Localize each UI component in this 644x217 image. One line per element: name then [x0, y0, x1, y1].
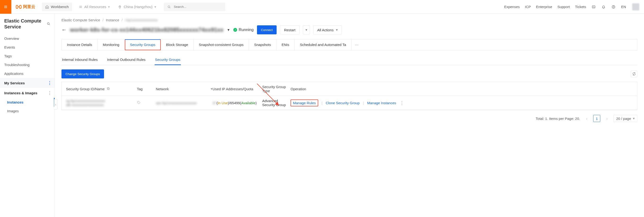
- sidebar-item-images[interactable]: Images: [0, 106, 54, 115]
- global-search[interactable]: [164, 3, 225, 11]
- pager-page-1[interactable]: 1: [593, 115, 600, 122]
- col-sg-type: Security Group Type: [262, 85, 290, 93]
- sidebar-search-icon[interactable]: [46, 22, 50, 26]
- sidebar-item-tags[interactable]: Tags: [0, 52, 54, 60]
- workbench-button[interactable]: Workbench: [42, 3, 72, 11]
- subtab-inbound-rules[interactable]: Internal Inbound Rules: [62, 55, 98, 65]
- sidebar-item-overview[interactable]: Overview: [0, 34, 54, 43]
- nav-tickets[interactable]: Tickets: [575, 5, 586, 9]
- pin-icon: [118, 5, 122, 9]
- copy-icon[interactable]: [106, 87, 110, 91]
- pager-prev[interactable]: ‹: [583, 115, 590, 122]
- sidebar-item-events[interactable]: Events: [0, 43, 54, 52]
- sidebar-section-my-services[interactable]: My Services ⋮: [0, 78, 54, 88]
- bell-icon[interactable]: [601, 5, 606, 9]
- tab-scheduled-tasks[interactable]: Scheduled and Automated Ta: [294, 39, 352, 50]
- sidebar-item-applications[interactable]: Applications: [0, 69, 54, 78]
- sg-id[interactable]: sg-bp1xxxxxxxxxxxxxxxx: [66, 99, 137, 103]
- col-ip-quota: Used IP Addresses/Quota: [212, 87, 253, 91]
- connect-button[interactable]: Connect: [257, 25, 277, 34]
- all-resources-dropdown[interactable]: All Resources ▾: [76, 3, 114, 11]
- chevron-down-icon: ▾: [306, 28, 307, 32]
- all-resources-label: All Resources: [84, 5, 106, 9]
- brand-text: 阿里云: [23, 4, 35, 10]
- workbench-label: Workbench: [51, 5, 69, 9]
- svg-point-4: [168, 6, 170, 8]
- search-input[interactable]: [173, 5, 222, 9]
- crumb-instance[interactable]: Instance: [106, 18, 120, 22]
- svg-rect-10: [107, 87, 109, 89]
- clone-security-group-link[interactable]: Clone Security Group: [326, 101, 360, 105]
- status-label: Running: [238, 28, 254, 32]
- help-icon[interactable]: [611, 5, 616, 9]
- pager-size-select[interactable]: 20 / page ▾: [614, 115, 638, 122]
- sidebar-title: Elastic Compute Service: [4, 18, 46, 30]
- col-network: Network: [156, 87, 169, 91]
- chevron-down-icon: ▾: [154, 5, 156, 9]
- sidebar-instances-images-label: Instances & Images: [4, 91, 37, 95]
- pager-next[interactable]: ›: [604, 115, 610, 122]
- nav-expenses[interactable]: Expenses: [504, 5, 520, 9]
- restart-button[interactable]: Restart: [280, 25, 299, 34]
- crumb-instance-id: i-bp1xxxxxxxxxxxxxx: [125, 18, 158, 22]
- more-icon[interactable]: ⋮: [48, 81, 52, 85]
- sidebar-item-instances[interactable]: Instances: [0, 98, 54, 106]
- filter-icon[interactable]: ▾: [211, 87, 212, 91]
- restart-dropdown[interactable]: ▾: [303, 25, 310, 34]
- subtab-security-groups[interactable]: Security Groups: [154, 55, 181, 65]
- lang-switch[interactable]: EN: [621, 5, 626, 9]
- tab-security-groups[interactable]: Security Groups: [125, 39, 161, 50]
- manage-instances-link[interactable]: Manage Instances: [367, 101, 396, 105]
- svg-rect-9: [108, 88, 110, 89]
- cloudshell-icon[interactable]: [591, 5, 596, 9]
- instance-name-dropdown-icon[interactable]: ▼: [227, 28, 230, 32]
- brand-logo[interactable]: 阿里云: [11, 4, 40, 10]
- tab-block-storage[interactable]: Block Storage: [161, 39, 194, 50]
- nav-hamburger[interactable]: [0, 0, 11, 14]
- tab-monitoring[interactable]: Monitoring: [98, 39, 125, 50]
- col-sg-id: Security Group ID/Name: [66, 87, 104, 91]
- all-actions-label: All Actions: [317, 28, 334, 32]
- nav-enterprise[interactable]: Enterprise: [536, 5, 552, 9]
- crumb-ecs[interactable]: Elastic Compute Service: [62, 18, 100, 22]
- subtab-outbound-rules[interactable]: Internal Outbound Rules: [106, 55, 146, 65]
- svg-rect-0: [16, 5, 18, 8]
- svg-point-3: [120, 6, 120, 7]
- restart-label: Restart: [284, 28, 295, 32]
- instance-status: ✓ Running: [233, 28, 254, 32]
- sidebar-section-instances-images[interactable]: Instances & Images ⋮: [0, 88, 54, 98]
- row-more-icon[interactable]: ⋮: [400, 100, 404, 106]
- tabs-overflow-icon[interactable]: ⋯: [352, 39, 362, 50]
- more-icon[interactable]: ⋮: [48, 91, 52, 95]
- region-dropdown[interactable]: China (Hangzhou) ▾: [115, 3, 160, 11]
- home-icon: [45, 5, 49, 9]
- tab-snapshot-groups[interactable]: Snapshot-consistent Groups: [194, 39, 249, 50]
- tag-icon[interactable]: [137, 101, 141, 105]
- tab-snapshots[interactable]: Snapshots: [249, 39, 276, 50]
- sg-name: alb-xxxxxxxxxxxxxxxxxx: [66, 103, 137, 107]
- user-avatar[interactable]: [632, 3, 639, 11]
- change-security-groups-button[interactable]: Change Security Groups: [62, 69, 104, 78]
- nav-support[interactable]: Support: [558, 5, 570, 9]
- region-label: China (Hangzhou): [124, 5, 152, 9]
- back-arrow-icon[interactable]: ←: [62, 27, 67, 33]
- refresh-button[interactable]: [631, 71, 638, 77]
- all-actions-button[interactable]: All Actions ▾: [313, 25, 342, 34]
- table-header: Security Group ID/Name Tag Network ▾ Use…: [62, 82, 637, 96]
- stack-icon: [79, 5, 82, 9]
- svg-point-8: [47, 23, 49, 24]
- tab-enis[interactable]: ENIs: [276, 39, 295, 50]
- table-row: sg-bp1xxxxxxxxxxxxxxxx alb-xxxxxxxxxxxxx…: [62, 96, 637, 110]
- sidebar-item-troubleshooting[interactable]: Troubleshooting: [0, 60, 54, 69]
- refresh-icon: [632, 72, 636, 76]
- network-vpc[interactable]: vpc-bp1xxxxxxxxxxxxxxxx: [156, 101, 212, 105]
- status-ok-icon: ✓: [233, 28, 237, 32]
- instance-name: worker-k8s-for-cs-xx144xx40621bx82085xxx…: [70, 27, 224, 33]
- manage-rules-link[interactable]: Manage Rules: [290, 99, 318, 106]
- tab-instance-details[interactable]: Instance Details: [62, 39, 98, 50]
- col-operation: Operation: [290, 87, 306, 91]
- chevron-down-icon: ▾: [108, 5, 110, 9]
- pager-size-label: 20 / page: [616, 117, 631, 121]
- chevron-down-icon: ▾: [336, 28, 338, 32]
- nav-icp[interactable]: ICP: [525, 5, 531, 9]
